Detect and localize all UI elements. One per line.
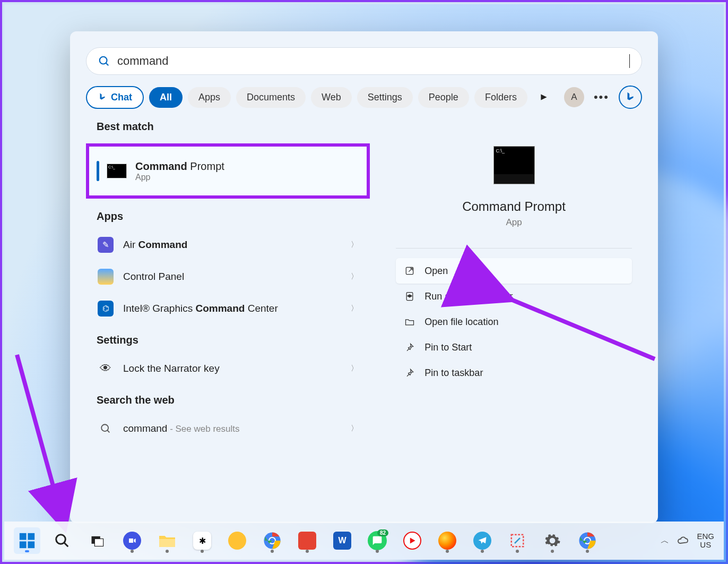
svg-line-13 [64, 543, 68, 547]
task-view-button[interactable] [84, 527, 110, 554]
taskbar-app-chrome[interactable] [259, 527, 285, 554]
taskbar-app-explorer[interactable] [154, 527, 180, 554]
circle-icon [228, 532, 246, 550]
windows-icon [18, 532, 36, 550]
filter-web[interactable]: Web [311, 87, 352, 108]
taskbar-app-whatsapp[interactable]: 82 [364, 527, 391, 554]
bing-icon [625, 91, 636, 103]
word-icon: W [333, 532, 351, 550]
chevron-right-icon: 〉 [351, 272, 358, 281]
svg-point-0 [100, 57, 107, 64]
chevron-right-icon: 〉 [351, 364, 358, 373]
filter-settings[interactable]: Settings [357, 87, 413, 108]
shield-icon [404, 291, 415, 302]
gear-icon [544, 532, 561, 549]
more-options-button[interactable]: ••• [590, 90, 613, 104]
filter-people[interactable]: People [418, 87, 469, 108]
action-run-admin[interactable]: Run as administrator [396, 284, 631, 309]
taskview-icon [90, 533, 105, 548]
onedrive-icon[interactable] [677, 534, 689, 547]
windows-search-panel: Chat All Apps Documents Web Settings Peo… [70, 31, 658, 523]
best-match-subtitle: App [135, 173, 224, 182]
todoist-icon [298, 532, 316, 550]
filter-row: Chat All Apps Documents Web Settings Peo… [86, 86, 642, 109]
action-pin-start[interactable]: Pin to Start [396, 335, 631, 360]
youtube-icon [403, 532, 421, 550]
bing-button[interactable] [619, 86, 642, 109]
search-bar[interactable] [86, 47, 642, 75]
svg-point-12 [56, 535, 66, 544]
tray-chevron-up-icon[interactable]: ︿ [661, 535, 669, 546]
taskbar: ✱ W 82 ︿ ENGUS [4, 522, 724, 560]
svg-rect-10 [20, 541, 27, 548]
command-prompt-icon [107, 164, 127, 178]
narrator-icon: 👁 [98, 361, 114, 377]
taskbar-app-slack[interactable]: ✱ [189, 527, 215, 554]
app-result-air-command[interactable]: ✎ Air Command 〉 [86, 229, 370, 261]
camera-icon [123, 532, 141, 550]
best-match-result[interactable]: Command Prompt App [86, 143, 370, 199]
detail-column: Command Prompt App Open Run as administr… [386, 121, 642, 523]
taskbar-app-telegram[interactable] [469, 527, 496, 554]
detail-subtitle: App [506, 217, 522, 228]
apps-heading: Apps [97, 210, 370, 223]
filter-all[interactable]: All [149, 87, 183, 108]
taskbar-search[interactable] [49, 527, 75, 554]
app-result-control-panel[interactable]: Control Panel 〉 [86, 261, 370, 293]
taskbar-app-firefox[interactable] [434, 527, 461, 554]
taskbar-app-youtube[interactable] [399, 527, 426, 554]
taskbar-app-snip[interactable] [504, 527, 531, 554]
folder-icon [404, 317, 415, 327]
svg-line-3 [107, 430, 109, 432]
divider [396, 248, 631, 249]
taskbar-app-chrome2[interactable] [574, 527, 601, 554]
pin-icon [404, 342, 415, 353]
search-icon [98, 55, 110, 67]
svg-point-2 [101, 424, 108, 431]
user-avatar[interactable]: A [564, 87, 584, 107]
intel-icon: ⌬ [98, 301, 114, 317]
whatsapp-icon: 82 [368, 531, 387, 550]
taskbar-app-todoist[interactable] [294, 527, 320, 554]
best-match-title: Command Prompt [135, 160, 224, 173]
text-cursor [629, 54, 630, 68]
svg-line-1 [106, 63, 109, 66]
chrome-icon [578, 532, 596, 550]
play-icon [540, 93, 548, 101]
setting-result-narrator[interactable]: 👁 Lock the Narrator key 〉 [86, 353, 370, 384]
filter-more-button[interactable] [536, 89, 552, 105]
language-indicator[interactable]: ENGUS [697, 532, 714, 550]
telegram-icon [473, 532, 491, 550]
action-open[interactable]: Open [396, 258, 631, 284]
system-tray: ︿ ENGUS [661, 532, 714, 550]
results-column: Best match Command Prompt App Apps ✎ Air… [86, 121, 370, 523]
action-open-location[interactable]: Open file location [396, 309, 631, 335]
slack-icon: ✱ [193, 532, 211, 550]
taskbar-app-generic1[interactable] [224, 527, 250, 554]
start-button[interactable] [14, 527, 40, 554]
bing-icon [98, 92, 107, 102]
settings-heading: Settings [97, 334, 370, 346]
filter-documents[interactable]: Documents [236, 87, 306, 108]
taskbar-app-settings[interactable] [539, 527, 566, 554]
taskbar-app-teams[interactable] [119, 527, 145, 554]
selection-bar [97, 161, 99, 181]
snip-icon [509, 533, 525, 549]
web-result[interactable]: command - See web results 〉 [86, 413, 370, 445]
filter-chat[interactable]: Chat [86, 86, 144, 109]
detail-title: Command Prompt [462, 199, 566, 214]
svg-rect-15 [94, 539, 103, 546]
chevron-right-icon: 〉 [351, 424, 358, 433]
open-icon [404, 266, 415, 276]
action-pin-taskbar[interactable]: Pin to taskbar [396, 360, 631, 386]
svg-rect-9 [28, 533, 34, 540]
svg-rect-8 [20, 533, 27, 540]
taskbar-app-word[interactable]: W [329, 527, 356, 554]
search-icon [54, 533, 70, 549]
app-result-intel-graphics[interactable]: ⌬ Intel® Graphics Command Center 〉 [86, 293, 370, 324]
filter-apps[interactable]: Apps [188, 87, 231, 108]
filter-folders[interactable]: Folders [474, 87, 527, 108]
search-input[interactable] [117, 54, 625, 68]
svg-rect-16 [159, 539, 175, 547]
pencil-icon: ✎ [98, 237, 114, 253]
